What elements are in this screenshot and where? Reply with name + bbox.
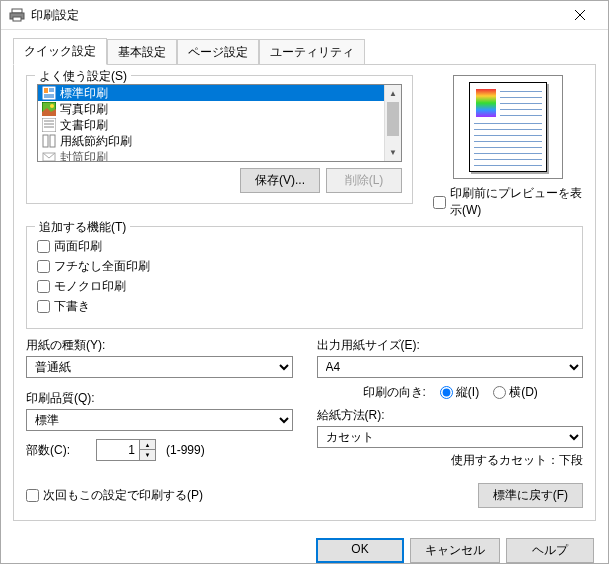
presets-scrollbar[interactable]: ▲ ▼ bbox=[384, 85, 401, 161]
preset-label: 文書印刷 bbox=[60, 117, 108, 134]
source-select[interactable]: カセット bbox=[317, 426, 584, 448]
photo-icon bbox=[42, 102, 56, 116]
outputsize-label: 出力用紙サイズ(E): bbox=[317, 337, 584, 354]
outputsize-select[interactable]: A4 bbox=[317, 356, 584, 378]
remember-checkbox[interactable]: 次回もこの設定で印刷する(P) bbox=[26, 487, 203, 504]
tab-page[interactable]: ページ設定 bbox=[177, 39, 259, 66]
show-preview-label: 印刷前にプレビューを表示(W) bbox=[450, 185, 583, 219]
remember-label: 次回もこの設定で印刷する(P) bbox=[43, 487, 203, 504]
printer-icon bbox=[9, 7, 25, 23]
ok-button[interactable]: OK bbox=[316, 538, 404, 563]
preset-item-papersave[interactable]: 用紙節約印刷 bbox=[38, 133, 384, 149]
dialog-buttons: OK キャンセル ヘルプ bbox=[1, 530, 608, 564]
papersave-icon bbox=[42, 134, 56, 148]
tab-quick[interactable]: クイック設定 bbox=[13, 38, 107, 65]
copies-input[interactable] bbox=[97, 440, 139, 460]
quality-label: 印刷品質(Q): bbox=[26, 390, 293, 407]
presets-fieldset: よく使う設定(S) 標準印刷 写真印刷 bbox=[26, 75, 413, 204]
cassette-info: 使用するカセット：下段 bbox=[317, 452, 584, 469]
quality-select[interactable]: 標準 bbox=[26, 409, 293, 431]
preset-item-envelope[interactable]: 封筒印刷 bbox=[38, 149, 384, 162]
show-preview-checkbox[interactable]: 印刷前にプレビューを表示(W) bbox=[433, 185, 583, 219]
orientation-label: 印刷の向き: bbox=[363, 384, 426, 401]
save-preset-button[interactable]: 保存(V)... bbox=[240, 168, 320, 193]
document-icon bbox=[42, 118, 56, 132]
svg-rect-2 bbox=[13, 17, 21, 21]
copies-down-button[interactable]: ▼ bbox=[140, 450, 155, 460]
copies-spinner[interactable]: ▲ ▼ bbox=[96, 439, 156, 461]
feature-monochrome[interactable]: モノクロ印刷 bbox=[37, 278, 572, 295]
preset-label: 写真印刷 bbox=[60, 101, 108, 118]
media-select[interactable]: 普通紙 bbox=[26, 356, 293, 378]
print-settings-window: 印刷設定 クイック設定 基本設定 ページ設定 ユーティリティ よく使う設定(S)… bbox=[0, 0, 609, 564]
scroll-thumb[interactable] bbox=[387, 102, 399, 136]
orientation-portrait[interactable]: 縦(I) bbox=[440, 384, 479, 401]
svg-rect-4 bbox=[44, 88, 48, 93]
tab-basic[interactable]: 基本設定 bbox=[107, 39, 177, 66]
tab-panel-quick: よく使う設定(S) 標準印刷 写真印刷 bbox=[13, 64, 596, 521]
features-fieldset: 追加する機能(T) 両面印刷 フチなし全面印刷 モノクロ印刷 下書き bbox=[26, 226, 583, 329]
feature-draft[interactable]: 下書き bbox=[37, 298, 572, 315]
copies-range: (1-999) bbox=[166, 443, 205, 457]
tab-utility[interactable]: ユーティリティ bbox=[259, 39, 365, 66]
preset-item-photo[interactable]: 写真印刷 bbox=[38, 101, 384, 117]
svg-rect-0 bbox=[12, 9, 22, 13]
presets-listbox[interactable]: 標準印刷 写真印刷 文書印刷 bbox=[37, 84, 402, 162]
feature-duplex[interactable]: 両面印刷 bbox=[37, 238, 572, 255]
show-preview-input[interactable] bbox=[433, 196, 446, 209]
features-legend: 追加する機能(T) bbox=[35, 219, 130, 236]
svg-rect-15 bbox=[43, 135, 48, 147]
preset-label: 標準印刷 bbox=[60, 85, 108, 102]
presets-legend: よく使う設定(S) bbox=[35, 68, 131, 85]
help-button[interactable]: ヘルプ bbox=[506, 538, 594, 563]
envelope-icon bbox=[42, 150, 56, 162]
titlebar: 印刷設定 bbox=[1, 1, 608, 30]
preset-item-document[interactable]: 文書印刷 bbox=[38, 117, 384, 133]
close-icon bbox=[575, 10, 585, 20]
svg-rect-11 bbox=[42, 118, 56, 132]
svg-rect-16 bbox=[50, 135, 55, 147]
copies-up-button[interactable]: ▲ bbox=[140, 440, 155, 450]
media-label: 用紙の種類(Y): bbox=[26, 337, 293, 354]
source-label: 給紙方法(R): bbox=[317, 407, 584, 424]
preset-label: 封筒印刷 bbox=[60, 149, 108, 163]
preset-item-standard[interactable]: 標準印刷 bbox=[38, 85, 384, 101]
scroll-up-icon[interactable]: ▲ bbox=[385, 85, 401, 102]
reset-defaults-button[interactable]: 標準に戻す(F) bbox=[478, 483, 583, 508]
copies-label: 部数(C): bbox=[26, 442, 86, 459]
cancel-button[interactable]: キャンセル bbox=[410, 538, 500, 563]
preview-color-swatch bbox=[476, 89, 496, 117]
feature-borderless[interactable]: フチなし全面印刷 bbox=[37, 258, 572, 275]
svg-point-10 bbox=[50, 104, 54, 108]
close-button[interactable] bbox=[560, 1, 600, 29]
page-preview bbox=[453, 75, 563, 179]
delete-preset-button: 削除(L) bbox=[326, 168, 402, 193]
preset-label: 用紙節約印刷 bbox=[60, 133, 132, 150]
tab-bar: クイック設定 基本設定 ページ設定 ユーティリティ bbox=[1, 30, 608, 65]
scroll-down-icon[interactable]: ▼ bbox=[385, 144, 401, 161]
page-color-icon bbox=[42, 86, 56, 100]
orientation-landscape[interactable]: 横(D) bbox=[493, 384, 538, 401]
window-title: 印刷設定 bbox=[31, 7, 560, 24]
